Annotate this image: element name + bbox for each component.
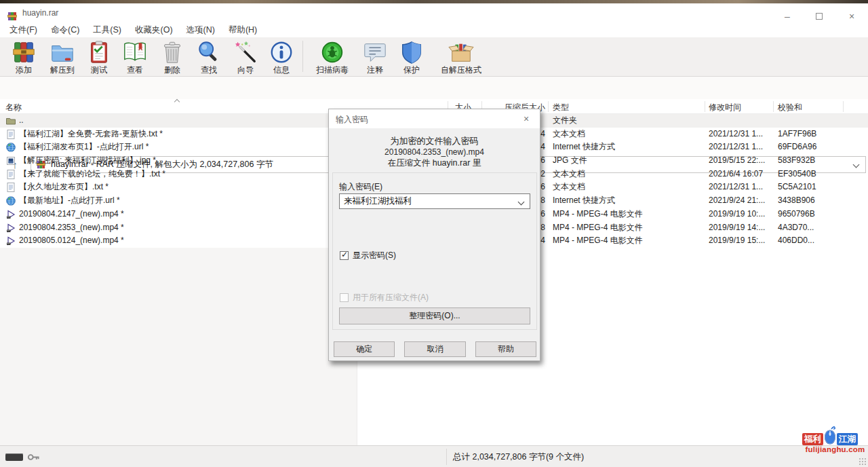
menu-options[interactable]: 选项(N) [180,22,222,37]
file-checksum: 4A3D70... [778,221,814,235]
dialog-title-bar: 输入密码 × [329,109,540,128]
drive-icon[interactable] [5,453,23,461]
jpg-image-icon [5,155,16,166]
scan-virus-button[interactable]: 扫描病毒 [309,39,356,76]
file-modified: 2019/5/15 22:... [709,154,765,168]
menu-help[interactable]: 帮助(H) [222,22,264,37]
encrypted-file-name: 20190804.2353_(new).mp4 [329,147,540,157]
column-modified[interactable]: 修改时间 [709,102,741,113]
tool-label: 扫描病毒 [316,64,349,76]
column-divider[interactable] [843,101,844,112]
file-name: 【最新地址】-点此打开.url * [19,194,120,208]
comment-button[interactable]: 注释 [356,39,394,76]
menu-favorites[interactable]: 收藏夹(O) [128,22,180,37]
menu-bar: 文件(F) 命令(C) 工具(S) 收藏夹(O) 选项(N) 帮助(H) [0,22,868,37]
column-checksum[interactable]: 校验和 [778,102,802,113]
winrar-icon [7,11,18,22]
tool-label: 保护 [403,64,420,76]
checkbox-unchecked-icon [340,293,349,302]
menu-tools[interactable]: 工具(S) [86,22,128,37]
info-button[interactable]: 信息 [264,39,298,76]
tool-label: 查看 [127,64,143,76]
mp4-video-icon [5,223,16,234]
ok-button[interactable]: 确定 [334,341,395,357]
file-name: 【永久地址发布页】.txt * [19,181,108,194]
url-globe-icon [5,142,16,153]
toolbar-separator [302,41,303,72]
chevron-down-icon[interactable] [518,199,525,206]
url-globe-icon [5,195,16,206]
file-modified: 2021/6/4 16:07 [709,168,763,181]
sfx-box-icon [448,39,474,65]
watermark-right-text: 江湖 [837,433,858,445]
add-books-icon [11,39,37,65]
mouse-icon [823,425,837,445]
close-glyph: × [849,11,854,22]
resize-grip[interactable] [859,458,866,465]
watermark-domain: fulijianghu.com [802,445,868,453]
checkbox-checked-icon[interactable]: ✓ [340,251,349,260]
file-checksum: 406DD0... [778,234,814,248]
use-for-all-archives-label: 用于所有压缩文件(A) [353,292,429,303]
file-name: 【来了就能下载的论坛，纯免费！】.txt * [19,168,165,181]
delete-button[interactable]: 删除 [153,39,191,76]
test-clipboard-icon [86,39,112,65]
check-icon: ✓ [341,250,348,259]
column-divider[interactable] [705,101,705,112]
menu-file[interactable]: 文件(F) [3,22,44,37]
sfx-button[interactable]: 自解压格式 [429,39,493,76]
file-name: 20190805.0124_(new).mp4 * [19,234,124,248]
file-checksum: 5C5A2101 [778,181,816,194]
password-value: 来福利江湖找福利 [344,195,412,207]
tool-label: 信息 [273,64,290,76]
file-checksum: EF30540B [778,168,816,181]
column-divider[interactable] [548,101,549,112]
folder-up-icon [5,115,16,126]
column-type[interactable]: 类型 [553,102,569,113]
add-button[interactable]: 添加 [4,39,43,76]
file-name: 【福利江湖】全免费-无套路-更新快.txt * [19,128,163,141]
file-type: 文本文档 [553,181,585,194]
test-button[interactable]: 测试 [81,39,117,76]
find-magnifier-icon [196,39,222,65]
menu-commands[interactable]: 命令(C) [44,22,86,37]
column-name[interactable]: 名称 [5,102,22,113]
extract-to-button[interactable]: 解压到 [43,39,81,76]
close-icon: × [524,113,529,124]
watermark-logo: 福利 江湖 [802,428,868,445]
cancel-button[interactable]: 取消 [404,341,466,357]
mp4-video-icon [5,209,16,220]
minimize-glyph: – [785,11,790,22]
help-button[interactable]: 帮助 [475,341,536,357]
extract-folder-icon [50,39,75,65]
password-input[interactable]: 来福利江湖找福利 [339,193,530,209]
file-checksum: 583F932B [778,154,815,168]
password-prompt: 为加密的文件输入密码 [329,135,540,147]
view-button[interactable]: 查看 [117,39,153,76]
tool-label: 注释 [367,64,383,76]
text-file-icon [5,129,16,140]
protect-shield-icon [399,39,425,65]
show-password-checkbox[interactable]: ✓ 显示密码(S) [340,250,396,261]
password-field-label: 输入密码(E) [339,181,382,193]
key-icon[interactable] [27,452,40,462]
file-modified: 2019/9/19 14:... [709,221,765,235]
dialog-title: 输入密码 [336,114,368,126]
find-button[interactable]: 查找 [191,39,226,76]
file-checksum: 9650796B [778,208,815,221]
show-password-label: 显示密码(S) [353,250,396,261]
protect-button[interactable]: 保护 [394,39,429,76]
wizard-button[interactable]: 向导 [226,39,264,76]
column-divider[interactable] [773,101,774,112]
file-type: MP4 - MPEG-4 电影文件 [553,234,643,248]
organize-passwords-button[interactable]: 整理密码(O)... [339,307,530,324]
file-modified: 2021/12/31 1... [709,128,763,141]
text-file-icon [5,182,16,193]
file-type: MP4 - MPEG-4 电影文件 [553,221,643,235]
file-checksum: 1AF7F96B [778,128,816,141]
info-icon [269,39,294,65]
comment-bubble-icon [362,39,388,65]
watermark: 福利 江湖 fulijianghu.com [802,428,868,453]
scan-virus-icon [319,39,345,65]
dialog-close-button[interactable]: × [513,109,540,128]
